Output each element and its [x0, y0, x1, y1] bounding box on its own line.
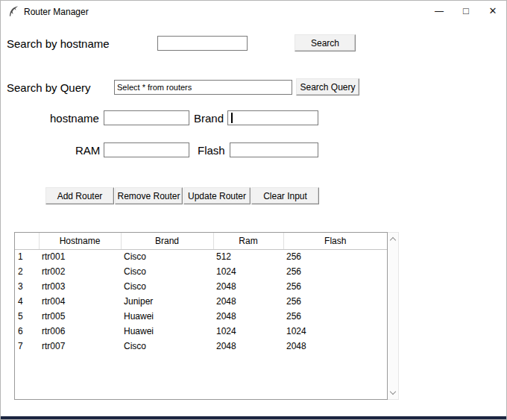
ram-input[interactable]	[104, 142, 189, 157]
table-row[interactable]: 5rtr005Huawei2048256	[15, 309, 387, 324]
scroll-up-icon[interactable]	[390, 237, 396, 243]
search-query-input[interactable]	[114, 80, 292, 95]
column-header[interactable]: Brand	[121, 233, 213, 249]
add-router-button[interactable]: Add Router	[45, 187, 114, 204]
text-caret	[231, 113, 233, 123]
table-row[interactable]: 4rtr004Juniper2048256	[15, 294, 387, 309]
search-button[interactable]: Search	[295, 34, 356, 51]
flash-label: Flash	[198, 144, 225, 157]
router-table[interactable]: HostnameBrandRamFlash 1rtr001Cisco512256…	[14, 232, 388, 400]
brand-input[interactable]	[227, 110, 318, 125]
search-hostname-label: Search by hostname	[7, 37, 110, 50]
maximize-button[interactable]: □	[453, 1, 479, 21]
close-button[interactable]: ✕	[479, 1, 506, 21]
taskbar-edge	[1, 416, 506, 419]
column-header[interactable]: Flash	[283, 233, 387, 249]
search-query-button[interactable]: Search Query	[296, 78, 359, 95]
scroll-down-icon[interactable]	[390, 389, 396, 395]
router-table-body: 1rtr001Cisco5122562rtr002Cisco10242563rt…	[15, 249, 387, 354]
tk-feather-icon	[8, 5, 19, 18]
column-header[interactable]	[15, 233, 39, 249]
brand-label: Brand	[194, 112, 224, 125]
hostname-input[interactable]	[104, 110, 189, 125]
flash-input[interactable]	[230, 142, 318, 157]
search-query-label: Search by Query	[7, 81, 91, 94]
minimize-button[interactable]: —	[426, 1, 453, 21]
update-router-button[interactable]: Update Router	[183, 187, 251, 204]
search-hostname-input[interactable]	[157, 36, 248, 51]
column-header[interactable]: Hostname	[39, 233, 121, 249]
ram-label: RAM	[75, 144, 100, 157]
router-manager-window: Router Manager — □ ✕ Search by hostname …	[0, 0, 507, 420]
table-scrollbar[interactable]	[388, 232, 399, 400]
table-row[interactable]: 6rtr006Huawei10241024	[15, 324, 387, 339]
table-row[interactable]: 3rtr003Cisco2048256	[15, 279, 387, 294]
remove-router-button[interactable]: Remove Router	[115, 187, 183, 204]
table-row[interactable]: 7rtr007Cisco20482048	[15, 339, 387, 354]
window-title: Router Manager	[24, 7, 89, 17]
clear-input-button[interactable]: Clear Input	[251, 187, 319, 204]
column-header[interactable]: Ram	[213, 233, 283, 249]
title-bar[interactable]: Router Manager — □ ✕	[1, 1, 506, 22]
table-row[interactable]: 2rtr002Cisco1024256	[15, 264, 387, 279]
hostname-label: hostname	[50, 112, 99, 125]
table-row[interactable]: 1rtr001Cisco512256	[15, 249, 387, 264]
table-header-row: HostnameBrandRamFlash	[15, 233, 387, 249]
